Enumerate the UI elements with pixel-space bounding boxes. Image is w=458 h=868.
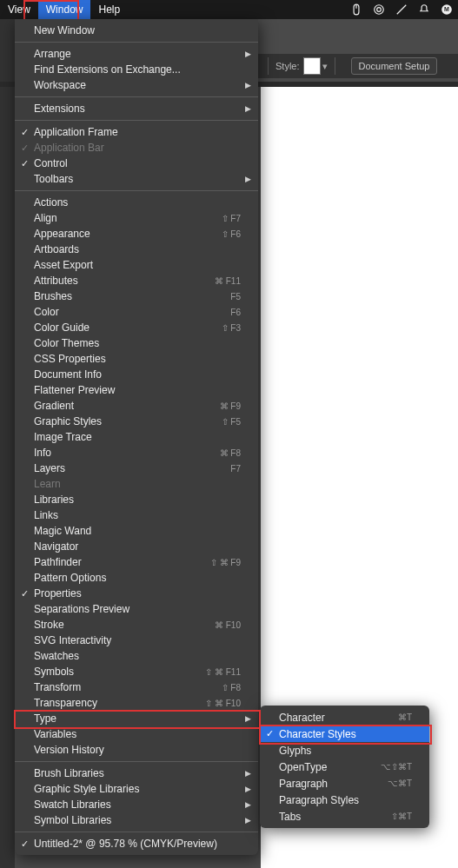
menu-item-document-info[interactable]: Document Info — [15, 367, 258, 382]
submenu-item-label: Paragraph Styles — [279, 794, 412, 806]
menu-shortcut: ⌘T — [398, 712, 412, 722]
menu-item-label: Artboards — [34, 243, 241, 255]
menu-item-extensions[interactable]: Extensions▶ — [15, 101, 258, 116]
menubar-item-view[interactable]: View — [0, 0, 38, 19]
pen-icon[interactable] — [390, 3, 413, 16]
menu-item-transparency[interactable]: Transparency⇧ ⌘ F10 — [15, 695, 258, 711]
svg-text:M: M — [444, 6, 449, 12]
menu-shortcut: ⌘ F10 — [215, 620, 241, 630]
menu-item-links[interactable]: Links — [15, 507, 258, 523]
submenu-item-opentype[interactable]: OpenType⌥⇧⌘T — [260, 759, 429, 775]
menu-item-gradient[interactable]: Gradient⌘ F9 — [15, 398, 258, 414]
submenu-item-glyphs[interactable]: Glyphs — [260, 742, 429, 759]
submenu-item-paragraph-styles[interactable]: Paragraph Styles — [260, 792, 429, 808]
menu-item-transform[interactable]: Transform⇧ F8 — [15, 679, 258, 695]
menu-item-label: Flattener Preview — [34, 384, 241, 396]
menubar-item-window[interactable]: Window — [38, 0, 91, 19]
menu-item-stroke[interactable]: Stroke⌘ F10 — [15, 617, 258, 633]
submenu-item-paragraph[interactable]: Paragraph⌥⌘T — [260, 775, 429, 792]
menu-item-control[interactable]: ✓Control — [15, 156, 258, 171]
menu-item-info[interactable]: Info⌘ F8 — [15, 445, 258, 461]
menu-item-symbols[interactable]: Symbols⇧ ⌘ F11 — [15, 664, 258, 679]
menu-item-label: Align — [34, 212, 213, 224]
menu-item-label: Application Frame — [34, 126, 241, 138]
menu-item-separations-preview[interactable]: Separations Preview — [15, 601, 258, 617]
menu-item-find-extensions-on-exchange[interactable]: Find Extensions on Exchange... — [15, 62, 258, 77]
submenu-item-character[interactable]: Character⌘T — [260, 709, 429, 726]
m-icon[interactable]: M — [435, 3, 458, 16]
submenu-item-tabs[interactable]: Tabs⇧⌘T — [260, 808, 429, 825]
menu-item-label: Magic Wand — [34, 525, 241, 537]
document-setup-button[interactable]: Document Setup — [351, 57, 438, 75]
menu-item-brush-libraries[interactable]: Brush Libraries▶ — [15, 765, 258, 781]
menu-item-navigator[interactable]: Navigator — [15, 539, 258, 554]
menu-item-brushes[interactable]: BrushesF5 — [15, 288, 258, 304]
menu-item-arrange[interactable]: Arrange▶ — [15, 46, 258, 62]
menu-item-color-guide[interactable]: Color Guide⇧ F3 — [15, 320, 258, 335]
svg-point-3 — [377, 8, 382, 12]
menu-item-label: Info — [34, 447, 211, 459]
menu-item-type[interactable]: Type▶ — [15, 711, 258, 726]
menu-item-label: Asset Export — [34, 259, 241, 271]
menu-item-css-properties[interactable]: CSS Properties — [15, 351, 258, 367]
menu-item-properties[interactable]: ✓Properties — [15, 586, 258, 601]
menu-item-swatch-libraries[interactable]: Swatch Libraries▶ — [15, 797, 258, 812]
menu-item-workspace[interactable]: Workspace▶ — [15, 77, 258, 93]
menu-item-symbol-libraries[interactable]: Symbol Libraries▶ — [15, 812, 258, 828]
menu-item-swatches[interactable]: Swatches — [15, 648, 258, 664]
submenu-item-label: Paragraph — [279, 778, 379, 790]
menu-item-label: Separations Preview — [34, 603, 241, 615]
menu-item-label: Version History — [34, 744, 241, 756]
menu-item-color-themes[interactable]: Color Themes — [15, 335, 258, 351]
chevron-right-icon: ▶ — [245, 800, 251, 809]
menu-shortcut: ⌥⇧⌘T — [381, 762, 412, 772]
menubar-item-help[interactable]: Help — [90, 0, 128, 19]
menu-item-asset-export[interactable]: Asset Export — [15, 257, 258, 273]
menu-shortcut: F6 — [230, 308, 241, 317]
menu-item-pattern-options[interactable]: Pattern Options — [15, 570, 258, 586]
menu-item-new-window[interactable]: New Window — [15, 23, 258, 38]
menu-item-toolbars[interactable]: Toolbars▶ — [15, 171, 258, 187]
submenu-item-label: Character Styles — [279, 728, 412, 740]
menu-item-layers[interactable]: LayersF7 — [15, 461, 258, 476]
menu-shortcut: F5 — [230, 292, 241, 301]
menu-item-color[interactable]: ColorF6 — [15, 304, 258, 320]
menu-shortcut: ⇧ F6 — [222, 229, 241, 239]
menu-item-version-history[interactable]: Version History — [15, 742, 258, 758]
menu-item-appearance[interactable]: Appearance⇧ F6 — [15, 226, 258, 242]
chevron-down-icon[interactable]: ▾ — [322, 61, 328, 72]
menu-item-flattener-preview[interactable]: Flattener Preview — [15, 382, 258, 398]
menu-item-label: Pattern Options — [34, 572, 241, 584]
menu-item-label: Gradient — [34, 400, 211, 412]
menu-shortcut: F7 — [230, 464, 241, 474]
menu-shortcut: ⇧ F7 — [222, 214, 241, 223]
chevron-right-icon: ▶ — [245, 175, 251, 183]
menu-item-actions[interactable]: Actions — [15, 195, 258, 210]
submenu-item-character-styles[interactable]: ✓Character Styles — [260, 726, 429, 742]
bell-icon[interactable] — [413, 3, 435, 16]
menu-item-untitled-2-95-78-cmyk-preview[interactable]: ✓Untitled-2* @ 95.78 % (CMYK/Preview) — [15, 836, 258, 851]
menu-item-image-trace[interactable]: Image Trace — [15, 429, 258, 445]
style-swatch[interactable] — [303, 57, 321, 75]
menu-item-graphic-style-libraries[interactable]: Graphic Style Libraries▶ — [15, 781, 258, 797]
menu-item-label: Appearance — [34, 228, 213, 240]
menu-item-magic-wand[interactable]: Magic Wand — [15, 523, 258, 539]
menu-item-attributes[interactable]: Attributes⌘ F11 — [15, 273, 258, 288]
menu-item-label: Transform — [34, 681, 213, 693]
menu-item-artboards[interactable]: Artboards — [15, 242, 258, 257]
menu-item-svg-interactivity[interactable]: SVG Interactivity — [15, 633, 258, 648]
cc-icon[interactable] — [368, 3, 390, 16]
menu-item-align[interactable]: Align⇧ F7 — [15, 210, 258, 226]
chevron-right-icon: ▶ — [245, 769, 251, 778]
menu-item-label: SVG Interactivity — [34, 634, 241, 646]
menu-item-label: Pathfinder — [34, 556, 202, 568]
submenu-item-label: Tabs — [279, 811, 382, 823]
menu-item-graphic-styles[interactable]: Graphic Styles⇧ F5 — [15, 414, 258, 429]
menu-item-pathfinder[interactable]: Pathfinder⇧ ⌘ F9 — [15, 554, 258, 570]
menu-item-label: Brush Libraries — [34, 767, 241, 779]
menu-item-variables[interactable]: Variables — [15, 726, 258, 742]
menu-shortcut: ⇧ ⌘ F9 — [210, 558, 241, 567]
menu-item-application-frame[interactable]: ✓Application Frame — [15, 124, 258, 140]
menu-item-libraries[interactable]: Libraries — [15, 492, 258, 507]
menu-item-label: New Window — [34, 24, 241, 36]
